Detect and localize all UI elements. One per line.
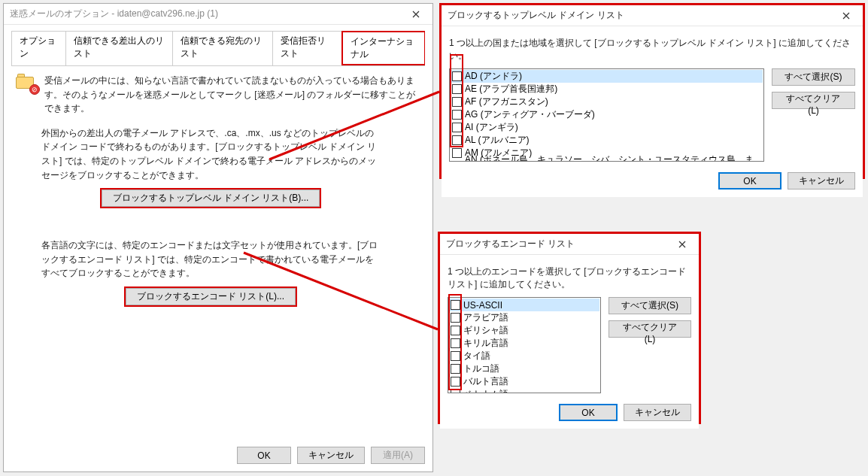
encoding-description: 各言語の文字には、特定のエンコードまたは文字セットが使用されています。[ブロック…	[41, 238, 380, 280]
close-button[interactable]	[666, 234, 699, 255]
highlight-encoding-button: ブロックするエンコード リスト(L)...	[124, 287, 297, 307]
cancel-button[interactable]: キャンセル	[788, 172, 855, 189]
list-item-label: AI (アンギラ)	[465, 121, 518, 134]
checkbox[interactable]	[452, 84, 462, 94]
checkbox[interactable]	[451, 326, 460, 335]
list-item[interactable]: キリル言語	[449, 337, 599, 350]
dialog-title: 迷惑メールのオプション - idaten@catv296.ne.jp (1)	[10, 8, 399, 20]
list-item-label: アラビア語	[463, 311, 508, 324]
highlight-international-tab: インターナショナル	[341, 31, 425, 65]
tab-safe-senders[interactable]: 信頼できる差出人のリスト	[65, 31, 174, 65]
list-item-label: タイ語	[463, 350, 490, 362]
checkbox[interactable]	[452, 110, 462, 120]
instruction-text: 1 つ以上の国または地域を選択して [ブロックするトップレベル ドメイン リスト…	[449, 37, 855, 62]
clear-all-button[interactable]: すべてクリア(L)	[609, 320, 691, 338]
list-item[interactable]: AG (アンティグア・バーブーダ)	[451, 108, 763, 121]
list-item-label: AF (アフガニスタン)	[465, 96, 548, 108]
select-all-button[interactable]: すべて選択(S)	[609, 297, 691, 314]
titlebar: ブロックするトップレベル ドメイン リスト	[442, 5, 863, 26]
ok-button[interactable]: OK	[237, 447, 291, 464]
checkbox[interactable]	[452, 148, 462, 158]
checkbox[interactable]	[452, 135, 462, 145]
list-item-label: AD (アンドラ)	[465, 70, 522, 83]
checkbox[interactable]	[451, 338, 460, 348]
tld-listbox[interactable]: AD (アンドラ) AE (アラブ首長国連邦) AF (アフガニスタン) AG …	[449, 68, 764, 162]
checkbox[interactable]	[451, 364, 460, 374]
list-item[interactable]: バルト言語	[449, 375, 599, 388]
checkbox[interactable]	[452, 161, 462, 162]
list-item[interactable]: ベトナム語	[449, 388, 599, 393]
checkbox[interactable]	[451, 313, 460, 323]
dialog-title: ブロックするトップレベル ドメイン リスト	[448, 9, 830, 22]
apply-button[interactable]: 適用(A)	[371, 447, 425, 464]
ok-button[interactable]: OK	[718, 172, 782, 189]
checkbox[interactable]	[451, 390, 460, 393]
highlight-tld-button: ブロックするトップレベル ドメイン リスト(B)...	[100, 188, 322, 208]
tld-description: 外国からの差出人の電子メール アドレスで、.ca、.mx、.us などのトップレ…	[41, 126, 380, 182]
close-button[interactable]	[399, 4, 432, 25]
list-item-label: AN (ボネール島、キュラソー、シバ、シント・ユースタティウス島、またはシント・…	[465, 153, 761, 162]
tab-blocked-senders[interactable]: 受信拒否リスト	[272, 31, 342, 65]
tab-bar: オプション 信頼できる差出人のリスト 信頼できる宛先のリスト 受信拒否リスト イ…	[11, 31, 425, 66]
list-item-label: トルコ語	[463, 362, 499, 375]
blocked-encoding-dialog: ブロックするエンコード リスト 1 つ以上のエンコードを選択して [ブロックする…	[438, 232, 701, 424]
intro-text: 受信メールの中には、知らない言語で書かれていて読まないものが入っている場合もあり…	[44, 74, 420, 116]
list-item-label: AG (アンティグア・バーブーダ)	[465, 108, 595, 121]
list-item[interactable]: トルコ語	[449, 362, 599, 375]
list-item-label: ギリシャ語	[463, 324, 508, 337]
cancel-button[interactable]: キャンセル	[297, 447, 365, 464]
list-item[interactable]: アラビア語	[449, 311, 599, 324]
list-item[interactable]: タイ語	[449, 350, 599, 362]
dialog-footer: OK キャンセル 適用(A)	[237, 447, 425, 464]
list-item-label: ベトナム語	[463, 388, 508, 393]
list-item[interactable]: AL (アルバニア)	[451, 134, 763, 147]
cancel-button[interactable]: キャンセル	[624, 404, 691, 421]
list-item-label: AL (アルバニア)	[465, 134, 530, 147]
checkbox[interactable]	[451, 351, 460, 361]
select-all-button[interactable]: すべて選択(S)	[772, 68, 855, 86]
list-item-label: AE (アラブ首長国連邦)	[465, 83, 557, 96]
encoding-listbox[interactable]: US-ASCII アラビア語 ギリシャ語 キリル言語 タイ語 トルコ語 バルト言…	[448, 297, 601, 393]
checkbox[interactable]	[452, 123, 462, 132]
blocked-encoding-list-button[interactable]: ブロックするエンコード リスト(L)...	[126, 288, 296, 305]
checkbox[interactable]	[452, 71, 462, 81]
blocked-tld-list-button[interactable]: ブロックするトップレベル ドメイン リスト(B)...	[102, 189, 320, 207]
list-item[interactable]: AF (アフガニスタン)	[451, 96, 763, 108]
titlebar: ブロックするエンコード リスト	[440, 234, 699, 255]
tab-international[interactable]: インターナショナル	[343, 32, 424, 64]
junk-folder-icon: ⊘	[16, 75, 37, 92]
close-icon	[678, 241, 686, 248]
list-item[interactable]: US-ASCII	[449, 299, 599, 311]
list-item-label: US-ASCII	[463, 300, 502, 311]
list-item-label: キリル言語	[463, 337, 508, 350]
close-icon	[412, 11, 420, 18]
list-item[interactable]: ギリシャ語	[449, 324, 599, 337]
blocked-tld-dialog: ブロックするトップレベル ドメイン リスト 1 つ以上の国または地域を選択して …	[439, 3, 865, 179]
clear-all-button[interactable]: すべてクリア(L)	[772, 92, 855, 109]
checkbox[interactable]	[452, 97, 462, 107]
ok-button[interactable]: OK	[559, 404, 618, 421]
close-button[interactable]	[830, 5, 863, 26]
titlebar: 迷惑メールのオプション - idaten@catv296.ne.jp (1)	[4, 4, 432, 25]
list-item-label: バルト言語	[463, 375, 508, 388]
close-icon	[842, 12, 850, 20]
junk-mail-options-dialog: 迷惑メールのオプション - idaten@catv296.ne.jp (1) オ…	[3, 3, 433, 472]
list-item[interactable]: AE (アラブ首長国連邦)	[451, 83, 763, 96]
list-item[interactable]: AD (アンドラ)	[451, 70, 763, 83]
list-item[interactable]: AN (ボネール島、キュラソー、シバ、シント・ユースタティウス島、またはシント・…	[451, 159, 763, 162]
dialog-title: ブロックするエンコード リスト	[446, 238, 666, 250]
tab-options[interactable]: オプション	[11, 31, 66, 65]
list-item[interactable]: AI (アンギラ)	[451, 121, 763, 134]
tab-safe-recipients[interactable]: 信頼できる宛先のリスト	[172, 31, 272, 65]
instruction-text: 1 つ以上のエンコードを選択して [ブロックするエンコード リスト] に追加して…	[448, 265, 691, 291]
checkbox[interactable]	[451, 300, 460, 310]
checkbox[interactable]	[451, 377, 460, 387]
